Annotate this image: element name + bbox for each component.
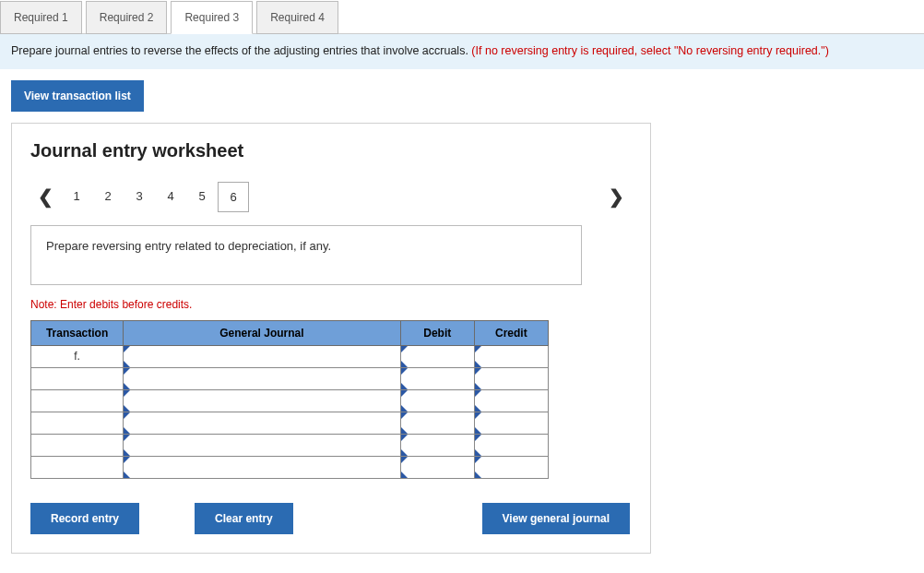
entry-prompt: Prepare reversing entry related to depre… xyxy=(30,225,582,285)
credit-cell[interactable] xyxy=(474,434,548,456)
row-tail xyxy=(548,389,581,412)
credit-cell[interactable] xyxy=(474,389,548,412)
row-tail xyxy=(548,367,581,389)
requirement-tab[interactable]: Required 1 xyxy=(0,1,82,34)
table-row xyxy=(31,389,582,412)
row-tail xyxy=(548,434,581,456)
debit-cell[interactable] xyxy=(400,367,474,389)
row-tail xyxy=(548,345,581,367)
general-journal-cell[interactable] xyxy=(124,345,401,367)
note-text: Note: Enter debits before credits. xyxy=(30,298,632,311)
requirement-tabs: Required 1Required 2Required 3Required 4 xyxy=(0,0,924,34)
credit-cell[interactable] xyxy=(474,367,548,389)
general-journal-cell[interactable] xyxy=(124,389,401,412)
credit-cell[interactable] xyxy=(474,345,548,367)
view-transaction-list-button[interactable]: View transaction list xyxy=(11,80,144,112)
clear-entry-button[interactable]: Clear entry xyxy=(195,503,293,534)
general-journal-cell[interactable] xyxy=(124,367,401,389)
credit-cell[interactable] xyxy=(474,412,548,434)
record-entry-button[interactable]: Record entry xyxy=(30,503,139,534)
table-row xyxy=(31,456,582,478)
col-header-transaction: Transaction xyxy=(31,320,124,345)
transaction-cell xyxy=(31,389,124,412)
transaction-cell xyxy=(31,412,124,434)
col-header-credit: Credit xyxy=(474,320,548,345)
instruction-bar: Prepare journal entries to reverse the e… xyxy=(0,34,924,69)
transaction-cell xyxy=(31,434,124,456)
credit-cell[interactable] xyxy=(474,456,548,478)
table-row xyxy=(31,412,582,434)
requirement-tab[interactable]: Required 2 xyxy=(86,1,168,34)
table-row xyxy=(31,367,582,389)
col-header-general-journal: General Journal xyxy=(124,320,401,345)
col-header-debit: Debit xyxy=(400,320,474,345)
general-journal-cell[interactable] xyxy=(124,434,401,456)
step-number[interactable]: 5 xyxy=(186,182,218,212)
worksheet-step-nav: ❮ 123456 ❯ xyxy=(30,182,632,212)
step-number[interactable]: 4 xyxy=(155,182,186,212)
debit-cell[interactable] xyxy=(400,434,474,456)
debit-cell[interactable] xyxy=(400,345,474,367)
step-number[interactable]: 2 xyxy=(92,182,124,212)
transaction-cell: f. xyxy=(31,345,124,367)
instruction-hint: (If no reversing entry is required, sele… xyxy=(471,44,829,57)
debit-cell[interactable] xyxy=(400,389,474,412)
worksheet-buttons: Record entry Clear entry View general jo… xyxy=(30,503,630,534)
general-journal-cell[interactable] xyxy=(124,456,401,478)
next-arrow-icon[interactable]: ❯ xyxy=(601,182,632,211)
step-number[interactable]: 3 xyxy=(124,182,155,212)
step-number[interactable]: 6 xyxy=(218,182,249,212)
requirement-tab[interactable]: Required 4 xyxy=(256,1,338,34)
worksheet-title: Journal entry worksheet xyxy=(30,140,632,161)
step-number[interactable]: 1 xyxy=(61,182,92,212)
transaction-cell xyxy=(31,367,124,389)
row-tail xyxy=(548,412,581,434)
journal-entry-table: Transaction General Journal Debit Credit… xyxy=(30,320,582,479)
journal-entry-worksheet: Journal entry worksheet ❮ 123456 ❯ Prepa… xyxy=(11,123,651,554)
table-row xyxy=(31,434,582,456)
view-general-journal-button[interactable]: View general journal xyxy=(482,503,630,534)
prev-arrow-icon[interactable]: ❮ xyxy=(30,182,61,211)
debit-cell[interactable] xyxy=(400,456,474,478)
transaction-cell xyxy=(31,456,124,478)
debit-cell[interactable] xyxy=(400,412,474,434)
instruction-text: Prepare journal entries to reverse the e… xyxy=(11,44,471,57)
requirement-tab[interactable]: Required 3 xyxy=(171,1,253,34)
table-row: f. xyxy=(31,345,582,367)
general-journal-cell[interactable] xyxy=(124,412,401,434)
row-tail xyxy=(548,456,581,478)
